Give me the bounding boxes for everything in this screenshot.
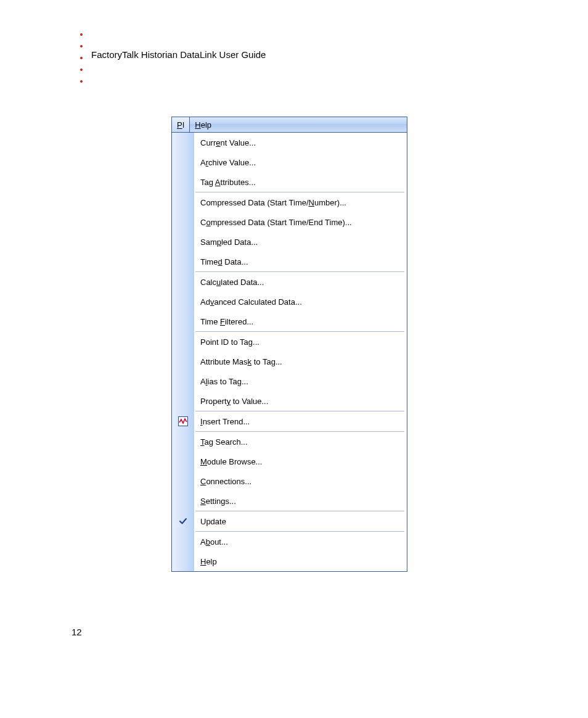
menu-item-label: Alias to Tag... — [200, 378, 248, 386]
menubar-item-pi[interactable]: PI — [172, 117, 190, 132]
decorative-dot-icon — [80, 68, 83, 71]
menubar-item-label: PI — [177, 121, 184, 129]
decorative-dot-column — [80, 33, 83, 92]
menu-item-label: Tag Attributes... — [200, 178, 256, 186]
pi-dropdown-menu: Current Value...Archive Value...Tag Attr… — [172, 133, 407, 571]
menu-item-label: Advanced Calculated Data... — [200, 298, 302, 306]
menu-item-label: Insert Trend... — [200, 418, 250, 426]
menu-item-label: About... — [200, 538, 228, 546]
menu-item[interactable]: Alias to Tag... — [194, 371, 407, 391]
menu-item-label: Sampled Data... — [200, 238, 258, 246]
menu-icon-gutter — [172, 133, 194, 571]
menubar-item-help[interactable]: Help — [190, 117, 217, 132]
decorative-dot-icon — [80, 45, 83, 47]
menu-item[interactable]: Settings... — [194, 491, 407, 511]
page: FactoryTalk Historian DataLink User Guid… — [0, 0, 588, 718]
menu-item-label: Module Browse... — [200, 458, 262, 466]
menu-item[interactable]: About... — [194, 532, 407, 551]
menu-item-label: Settings... — [200, 497, 236, 505]
menu-item-label: Update — [200, 518, 226, 526]
document-header-title: FactoryTalk Historian DataLink User Guid… — [91, 49, 266, 60]
menu-item-label: Point ID to Tag... — [200, 338, 259, 346]
menu-item-label: Compressed Data (Start Time/End Time)... — [200, 218, 352, 226]
menu-item[interactable]: Module Browse... — [194, 452, 407, 471]
menu-item[interactable]: Advanced Calculated Data... — [194, 292, 407, 312]
menu-item[interactable]: Archive Value... — [194, 152, 407, 172]
menu-item-label: Property to Value... — [200, 397, 268, 405]
menu-item[interactable]: Compressed Data (Start Time/End Time)... — [194, 212, 407, 232]
menu-item[interactable]: Update — [194, 511, 407, 531]
page-number: 12 — [71, 627, 82, 637]
menu-item[interactable]: Calculated Data... — [194, 272, 407, 292]
menu-item-label: Attribute Mask to Tag... — [200, 358, 282, 366]
menu-item[interactable]: Timed Data... — [194, 252, 407, 271]
menu-item[interactable]: Insert Trend... — [194, 411, 407, 431]
menu-item-label: Compressed Data (Start Time/Number)... — [200, 199, 346, 207]
menu-item[interactable]: Time Filtered... — [194, 312, 407, 331]
menubar: PI Help — [172, 117, 407, 133]
menu-item[interactable]: Sampled Data... — [194, 232, 407, 252]
menu-item[interactable]: Attribute Mask to Tag... — [194, 352, 407, 371]
menu-item[interactable]: Tag Search... — [194, 432, 407, 452]
decorative-dot-icon — [80, 33, 83, 36]
decorative-dot-icon — [80, 57, 83, 59]
menubar-item-label: Help — [195, 121, 211, 129]
menu-item[interactable]: Current Value... — [194, 133, 407, 152]
menu-item[interactable]: Point ID to Tag... — [194, 332, 407, 352]
menu-item[interactable]: Connections... — [194, 471, 407, 491]
menu-item-label: Archive Value... — [200, 159, 256, 167]
menu-item[interactable]: Compressed Data (Start Time/Number)... — [194, 192, 407, 212]
pi-menu-screenshot: PI Help Current Value...Archive Value...… — [171, 117, 407, 572]
menu-item-label: Calculated Data... — [200, 278, 264, 286]
menu-item-label: Timed Data... — [200, 258, 248, 266]
menu-item-label: Time Filtered... — [200, 318, 253, 326]
menu-item-label: Help — [200, 558, 217, 566]
menu-item-label: Current Value... — [200, 139, 256, 147]
decorative-dot-icon — [80, 80, 83, 83]
menu-item[interactable]: Tag Attributes... — [194, 172, 407, 192]
menu-item-label: Connections... — [200, 477, 251, 485]
trend-icon — [172, 411, 194, 431]
checkmark-icon — [172, 511, 194, 531]
menu-item[interactable]: Property to Value... — [194, 391, 407, 411]
menu-item-label: Tag Search... — [200, 438, 248, 446]
menu-items-container: Current Value...Archive Value...Tag Attr… — [194, 133, 407, 571]
menu-item[interactable]: Help — [194, 551, 407, 571]
